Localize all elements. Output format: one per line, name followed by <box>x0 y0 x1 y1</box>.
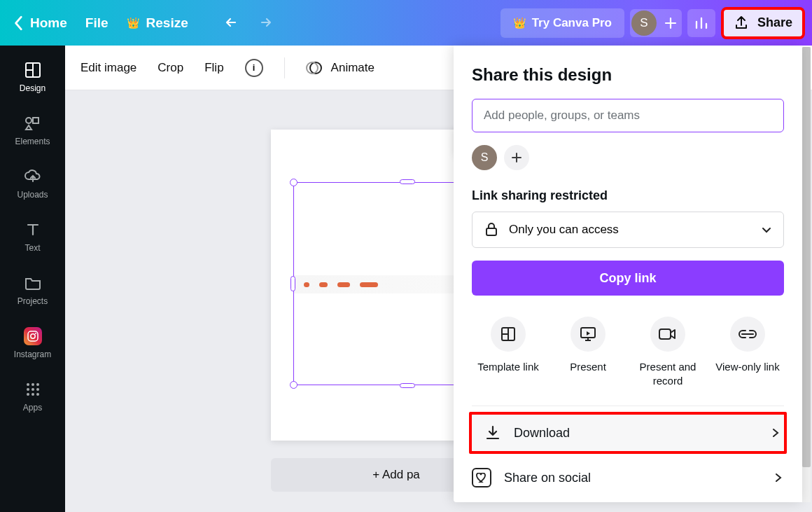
share-button[interactable]: Share <box>721 7 805 39</box>
resize-button[interactable]: 👑 Resize <box>127 15 188 31</box>
add-page-label: + Add pa <box>372 468 420 482</box>
svg-point-6 <box>27 383 29 386</box>
heart-icon <box>472 468 491 487</box>
cloud-upload-icon <box>24 167 42 186</box>
share-label: Share <box>757 15 792 30</box>
plus-icon <box>664 16 678 30</box>
svg-point-7 <box>31 383 34 386</box>
present-icon <box>570 317 606 352</box>
svg-point-14 <box>36 393 39 396</box>
resize-edge[interactable] <box>400 383 415 388</box>
option-label: Present and record <box>631 360 704 387</box>
share-social-row[interactable]: Share on social <box>472 455 784 500</box>
sidebar-item-label: Projects <box>18 296 48 306</box>
scroll-thumb[interactable] <box>802 47 811 467</box>
option-label: View-only link <box>715 360 779 374</box>
copy-link-label: Copy link <box>599 271 656 285</box>
bar-chart-icon <box>694 15 709 31</box>
svg-point-10 <box>31 388 34 391</box>
add-person-button[interactable] <box>504 145 529 170</box>
resize-handle[interactable] <box>290 179 298 186</box>
sidebar-item-uploads[interactable]: Uploads <box>0 165 65 202</box>
layout-icon <box>24 61 42 79</box>
svg-rect-3 <box>28 331 38 341</box>
sidebar-item-apps[interactable]: Apps <box>0 378 65 415</box>
sidebar-item-label: Elements <box>15 137 50 146</box>
edit-image-button[interactable]: Edit image <box>80 61 136 75</box>
chevron-left-icon <box>14 15 24 31</box>
scrollbar[interactable] <box>802 47 811 502</box>
redo-icon <box>255 15 272 31</box>
shapes-icon <box>24 114 42 132</box>
instagram-icon <box>24 327 42 345</box>
crown-icon: 👑 <box>513 17 526 29</box>
add-people-input[interactable] <box>472 99 784 132</box>
crop-button[interactable]: Crop <box>158 61 183 75</box>
sidebar-item-label: Text <box>24 243 40 253</box>
separator <box>284 57 285 78</box>
account-group[interactable]: S <box>630 9 682 37</box>
apps-icon <box>24 380 42 399</box>
sidebar-item-label: Uploads <box>17 190 48 200</box>
svg-rect-22 <box>659 329 671 339</box>
sidebar-item-instagram[interactable]: Instagram <box>0 324 65 362</box>
copy-link-button[interactable]: Copy link <box>472 261 784 296</box>
resize-handle[interactable] <box>290 381 298 389</box>
share-option-viewonly[interactable]: View-only link <box>711 317 784 387</box>
svg-rect-2 <box>33 118 38 123</box>
home-label: Home <box>30 15 67 31</box>
crown-icon: 👑 <box>127 17 140 29</box>
sidebar-item-label: Design <box>20 83 46 93</box>
lock-icon <box>484 222 499 237</box>
svg-point-5 <box>35 333 36 334</box>
svg-point-9 <box>27 388 29 391</box>
sidebar-item-elements[interactable]: Elements <box>0 111 65 149</box>
file-button[interactable]: File <box>85 15 108 31</box>
animate-button[interactable]: Animate <box>306 60 374 76</box>
record-icon <box>650 317 685 352</box>
text-icon <box>24 221 42 239</box>
chevron-right-icon <box>770 427 781 438</box>
undo-button[interactable] <box>219 9 247 37</box>
chevron-down-icon <box>761 224 772 235</box>
info-icon[interactable]: i <box>245 59 263 77</box>
link-icon <box>730 317 765 352</box>
panel-title: Share this design <box>472 65 784 85</box>
share-option-template-link[interactable]: Template link <box>472 317 545 387</box>
svg-point-11 <box>36 388 39 391</box>
animate-label: Animate <box>331 61 374 75</box>
flip-button[interactable]: Flip <box>204 61 223 75</box>
share-option-present-record[interactable]: Present and record <box>631 317 704 387</box>
download-icon <box>484 424 501 441</box>
svg-rect-19 <box>486 228 496 235</box>
svg-point-12 <box>27 393 29 396</box>
try-pro-label: Try Canva Pro <box>532 16 612 30</box>
svg-point-8 <box>36 383 39 386</box>
try-pro-button[interactable]: 👑 Try Canva Pro <box>500 8 624 38</box>
plus-icon <box>511 152 522 163</box>
download-label: Download <box>514 426 570 441</box>
top-header: Home File 👑 Resize 👑 Try Canva Pro S <box>0 0 812 46</box>
sidebar-item-label: Apps <box>23 403 42 413</box>
svg-point-13 <box>31 393 34 396</box>
svg-point-4 <box>30 334 34 338</box>
sidebar-item-text[interactable]: Text <box>0 218 65 256</box>
download-row[interactable]: Download <box>469 412 787 454</box>
resize-edge[interactable] <box>290 276 295 291</box>
share-option-present[interactable]: Present <box>552 317 624 387</box>
chevron-right-icon <box>773 472 784 483</box>
option-label: Present <box>570 360 606 374</box>
access-label: Only you can access <box>509 223 619 237</box>
home-button[interactable]: Home <box>14 15 67 31</box>
sidebar-item-design[interactable]: Design <box>0 58 65 96</box>
resize-edge[interactable] <box>400 179 415 184</box>
access-select[interactable]: Only you can access <box>472 212 784 248</box>
sidebar-item-projects[interactable]: Projects <box>0 271 65 309</box>
share-icon <box>734 15 749 31</box>
sidebar-item-label: Instagram <box>14 350 51 359</box>
redo-button[interactable] <box>250 9 278 37</box>
folder-icon <box>24 274 42 292</box>
insights-button[interactable] <box>687 9 715 37</box>
resize-label: Resize <box>146 15 188 31</box>
template-icon <box>491 317 526 352</box>
